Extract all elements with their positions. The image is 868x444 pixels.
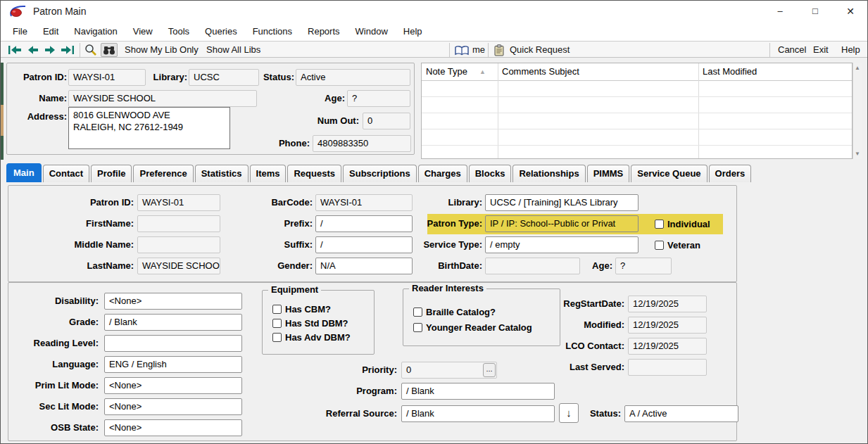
braille-catalog-checkbox[interactable] [413, 307, 422, 317]
language-select[interactable]: ENG / English [104, 356, 242, 373]
last-served-field[interactable] [628, 359, 707, 376]
disability-label: Disability: [14, 293, 99, 310]
menu-tools[interactable]: Tools [161, 23, 197, 40]
status-select[interactable]: A / Active [624, 405, 738, 422]
last-record-button[interactable] [59, 44, 76, 56]
regstartdate-field[interactable]: 12/19/2025 [628, 296, 707, 312]
tab-statistics[interactable]: Statistics [195, 165, 249, 182]
veteran-checkbox[interactable] [655, 241, 664, 250]
summary-patron-id-field: WAYSI-01 [68, 69, 146, 86]
patron-id-field[interactable]: WAYSI-01 [137, 194, 220, 211]
tab-service-queue[interactable]: Service Queue [631, 165, 707, 182]
tab-orders[interactable]: Orders [709, 165, 752, 182]
scroll-down-icon[interactable]: ▼ [853, 151, 862, 157]
notes-table-scrollbar[interactable]: ▲ ▼ [853, 63, 862, 159]
reading-level-label: Reading Level: [14, 335, 99, 352]
help-button[interactable]: Help [838, 42, 863, 58]
first-record-button[interactable] [6, 44, 23, 56]
tab-charges[interactable]: Charges [418, 165, 467, 182]
younger-reader-catalog-checkbox[interactable] [413, 323, 422, 332]
status-label: Status: [540, 405, 621, 422]
scroll-up-icon[interactable]: ▲ [853, 65, 862, 71]
priority-lookup-button[interactable]: ... [483, 363, 496, 377]
individual-checkbox[interactable] [655, 220, 664, 229]
cancel-button[interactable]: Cancel [775, 42, 809, 58]
sec-lit-mode-select[interactable]: <None> [104, 398, 242, 415]
table-row [422, 129, 852, 146]
barcode-field[interactable]: WAYSI-01 [315, 194, 413, 211]
next-record-button[interactable] [42, 44, 58, 56]
tab-relationships[interactable]: Relationships [512, 165, 585, 182]
prim-lit-mode-select[interactable]: <None> [104, 377, 242, 394]
me-button[interactable] [454, 43, 470, 57]
menu-edit[interactable]: Edit [35, 23, 66, 40]
tab-items[interactable]: Items [250, 165, 287, 182]
menu-file[interactable]: File [5, 23, 35, 40]
summary-age-field: ? [347, 90, 410, 107]
service-type-select[interactable]: / empty [485, 236, 639, 253]
tab-subscriptions[interactable]: Subscriptions [343, 165, 417, 182]
sort-ascending-icon: ▲ [479, 68, 486, 75]
language-label: Language: [14, 356, 99, 373]
osb-state-select[interactable]: <None> [104, 419, 242, 436]
tab-preference[interactable]: Preference [133, 165, 193, 182]
grade-select[interactable]: / Blank [104, 314, 242, 331]
lastname-field[interactable]: WAYSIDE SCHOOL [137, 258, 220, 274]
menu-help[interactable]: Help [396, 23, 430, 40]
modified-field[interactable]: 12/19/2025 [628, 317, 707, 334]
minimize-icon[interactable]: – [764, 1, 796, 22]
notes-column-last-modified[interactable]: Last Modified [703, 63, 757, 80]
has-cbm-checkbox[interactable] [272, 305, 282, 314]
patron-type-select[interactable]: IP / IP: School--Public or Privat [485, 215, 639, 232]
lco-contact-field[interactable]: 12/19/2025 [628, 338, 707, 355]
show-all-libs-button[interactable]: Show All Libs [203, 42, 263, 58]
menu-navigation[interactable]: Navigation [66, 23, 125, 40]
tab-pimms[interactable]: PIMMS [587, 165, 630, 182]
has-cbm-checkbox-label: Has CBM? [285, 304, 331, 315]
middle-name-field[interactable] [137, 236, 220, 253]
exit-button[interactable]: Exit [810, 42, 831, 58]
search-button[interactable] [83, 43, 99, 57]
tab-profile[interactable]: Profile [91, 165, 132, 182]
desktop-edge [1, 136, 4, 160]
toolbar-separator [449, 43, 450, 57]
summary-age-label: Age: [311, 90, 345, 107]
quick-request-button-label[interactable]: Quick Request [507, 42, 572, 58]
has-adv-dbm-checkbox-label: Has Adv DBM? [285, 332, 351, 343]
tab-contact[interactable]: Contact [43, 165, 89, 182]
summary-address-field[interactable]: 8016 GLENWOOD AVE RALEIGH, NC 27612-1949 [68, 107, 230, 149]
birthdate-field[interactable] [485, 258, 580, 274]
patron-main-window: Patron Main – □ ✕ File Edit Navigation V… [0, 0, 868, 444]
close-icon[interactable]: ✕ [834, 1, 867, 22]
library-select[interactable]: UCSC / [Training] KLAS Library [485, 194, 639, 211]
quick-request-button[interactable] [493, 43, 505, 57]
prefix-select[interactable]: / [315, 215, 413, 232]
firstname-field[interactable] [137, 215, 220, 232]
me-button-label[interactable]: me [470, 42, 488, 58]
suffix-select[interactable]: / [315, 236, 413, 253]
find-button[interactable] [101, 43, 118, 57]
menu-queries[interactable]: Queries [197, 23, 245, 40]
maximize-icon[interactable]: □ [799, 1, 831, 22]
show-my-lib-only-button[interactable]: Show My Lib Only [122, 42, 201, 58]
has-adv-dbm-checkbox[interactable] [272, 333, 282, 342]
notes-column-note-type[interactable]: Note Type [426, 63, 467, 80]
gender-select[interactable]: N/A [315, 258, 413, 274]
form-age-field[interactable]: ? [615, 258, 672, 274]
menu-view[interactable]: View [125, 23, 161, 40]
menu-functions[interactable]: Functions [245, 23, 300, 40]
program-select[interactable]: / Blank [401, 383, 555, 400]
tab-requests[interactable]: Requests [287, 165, 341, 182]
disability-select[interactable]: <None> [104, 293, 242, 310]
menu-window[interactable]: Window [348, 23, 396, 40]
tab-blocks[interactable]: Blocks [469, 165, 512, 182]
reading-level-select[interactable] [104, 335, 242, 352]
tab-main[interactable]: Main [6, 163, 42, 182]
referral-source-select[interactable]: / Blank [401, 405, 555, 422]
notes-column-comments-subject[interactable]: Comments Subject [502, 63, 579, 80]
has-std-dbm-checkbox[interactable] [272, 319, 282, 328]
menu-reports[interactable]: Reports [300, 23, 348, 40]
previous-record-button[interactable] [24, 44, 41, 56]
desktop-edge [1, 63, 4, 105]
equipment-group: Equipment Has CBM? Has Std DBM? Has Adv … [262, 290, 375, 355]
